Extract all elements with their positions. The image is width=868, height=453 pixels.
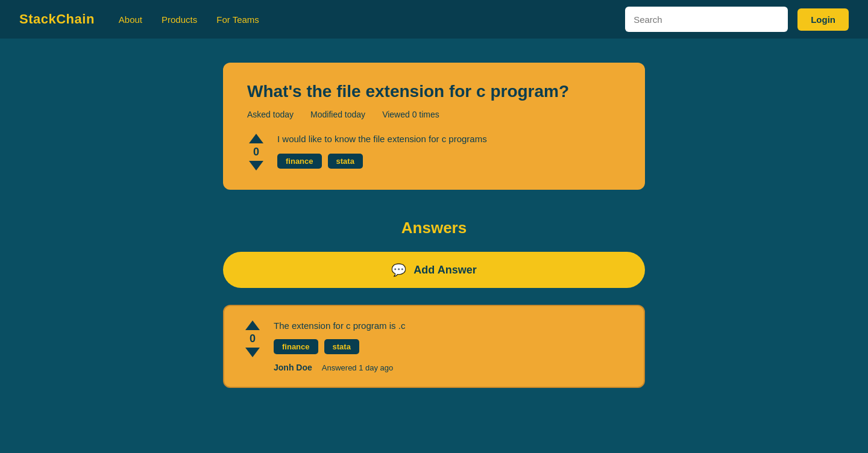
question-meta: Asked today Modified today Viewed 0 time… xyxy=(247,110,616,119)
main-content: What's the file extension for c program?… xyxy=(0,39,868,424)
question-title: What's the file extension for c program? xyxy=(247,82,616,101)
question-vote-col: 0 xyxy=(247,134,265,170)
answers-section: Answers 💬 Add Answer 0 The extension for… xyxy=(223,219,645,388)
question-tags: finance stata xyxy=(277,154,616,169)
nav-link-for-teams[interactable]: For Teams xyxy=(216,14,259,25)
question-upvote-button[interactable] xyxy=(249,134,263,143)
navbar-right: Login xyxy=(625,7,849,32)
question-card: What's the file extension for c program?… xyxy=(223,63,645,190)
answer-content: The extension for c program is .c financ… xyxy=(274,320,624,372)
asked-meta: Asked today xyxy=(247,110,294,119)
question-body-text: I would like to know the file extension … xyxy=(277,134,616,144)
answer-tag-finance[interactable]: finance xyxy=(274,339,318,354)
answer-text: The extension for c program is .c xyxy=(274,320,624,331)
logo[interactable]: StackChain xyxy=(19,11,95,27)
question-content: I would like to know the file extension … xyxy=(277,134,616,169)
answer-tags: finance stata xyxy=(274,339,624,354)
answer-card: 0 The extension for c program is .c fina… xyxy=(223,305,645,388)
answer-tag-stata[interactable]: stata xyxy=(324,339,359,354)
answer-footer: Jonh Doe Answered 1 day ago xyxy=(274,363,624,372)
tag-stata[interactable]: stata xyxy=(328,154,363,169)
nav-link-about[interactable]: About xyxy=(119,14,142,25)
answer-author: Jonh Doe xyxy=(274,363,312,372)
question-body: 0 I would like to know the file extensio… xyxy=(247,134,616,170)
question-downvote-button[interactable] xyxy=(249,161,263,170)
login-button[interactable]: Login xyxy=(797,8,849,31)
add-answer-label: Add Answer xyxy=(414,264,476,276)
answer-upvote-button[interactable] xyxy=(245,320,260,330)
chat-bubble-icon: 💬 xyxy=(391,263,406,277)
tag-finance[interactable]: finance xyxy=(277,154,322,169)
answer-body: 0 The extension for c program is .c fina… xyxy=(244,320,624,372)
add-answer-button[interactable]: 💬 Add Answer xyxy=(223,252,645,288)
navbar: StackChain About Products For Teams Logi… xyxy=(0,0,868,39)
answer-downvote-button[interactable] xyxy=(245,348,260,357)
modified-meta: Modified today xyxy=(310,110,365,119)
answers-heading: Answers xyxy=(223,219,645,237)
viewed-meta: Viewed 0 times xyxy=(382,110,439,119)
search-input[interactable] xyxy=(625,7,788,32)
answer-vote-col: 0 xyxy=(244,320,262,357)
nav-links: About Products For Teams xyxy=(119,14,259,25)
nav-link-products[interactable]: Products xyxy=(162,14,197,25)
answer-timestamp: Answered 1 day ago xyxy=(322,363,394,372)
question-vote-count: 0 xyxy=(253,146,259,158)
answer-vote-count: 0 xyxy=(250,333,256,345)
navbar-left: StackChain About Products For Teams xyxy=(19,11,259,27)
